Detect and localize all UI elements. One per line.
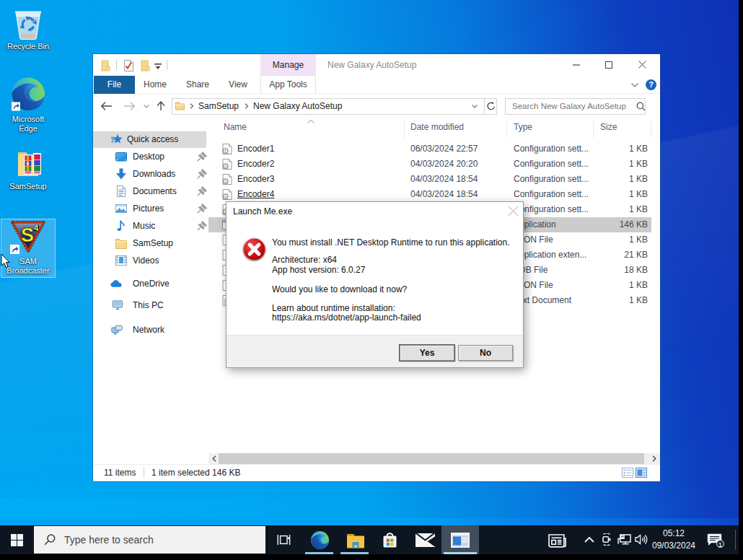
svg-text:4: 4: [34, 224, 39, 232]
svg-text:S: S: [21, 224, 34, 246]
